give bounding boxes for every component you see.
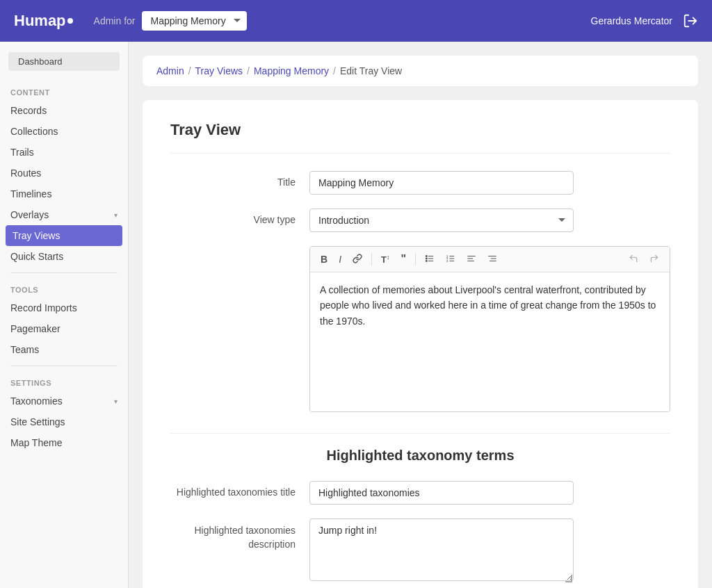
breadcrumb-sep-3: /	[333, 65, 336, 76]
main-content: Admin / Tray Views / Mapping Memory / Ed…	[129, 42, 712, 588]
link-button[interactable]	[348, 251, 367, 268]
blockquote-button[interactable]: "	[396, 251, 411, 268]
toolbar-sep-2	[415, 253, 416, 266]
redo-button[interactable]	[645, 251, 664, 268]
editor-body[interactable]: A collection of memories about Liverpool…	[310, 272, 670, 411]
taxonomies-label: Taxonomies	[10, 395, 63, 407]
view-type-label: View type	[170, 209, 309, 225]
breadcrumb: Admin / Tray Views / Mapping Memory / Ed…	[143, 56, 698, 86]
page-title: Tray View	[170, 121, 670, 154]
logo-text: Humap	[14, 12, 66, 30]
app-layout: Dashboard CONTENT Records Collections Tr…	[0, 42, 712, 588]
svg-point-4	[426, 256, 428, 257]
text-size-button[interactable]: T↕	[376, 252, 394, 267]
title-input[interactable]	[309, 171, 574, 195]
sidebar-item-trails[interactable]: Trails	[0, 142, 128, 163]
toolbar-sep-1	[371, 253, 372, 266]
sidebar-item-tray-views[interactable]: Tray Views	[6, 225, 122, 246]
svg-point-6	[426, 261, 428, 262]
breadcrumb-mapping-memory[interactable]: Mapping Memory	[254, 65, 329, 76]
undo-redo-group	[624, 251, 664, 268]
highlighted-desc-label: Highlighted taxonomies description	[170, 518, 309, 551]
sidebar-item-records[interactable]: Records	[0, 100, 128, 121]
sidebar-item-timelines[interactable]: Timelines	[0, 183, 128, 204]
settings-section-label: SETTINGS	[0, 372, 128, 391]
breadcrumb-sep-2: /	[247, 65, 250, 76]
bold-button[interactable]: B	[316, 252, 332, 267]
sidebar-item-quick-starts[interactable]: Quick Starts	[0, 246, 128, 267]
svg-point-5	[426, 258, 428, 259]
bullet-list-button[interactable]	[420, 251, 439, 268]
sidebar-item-record-imports[interactable]: Record Imports	[0, 297, 128, 318]
breadcrumb-admin[interactable]: Admin	[156, 65, 184, 76]
sidebar-item-routes[interactable]: Routes	[0, 163, 128, 183]
highlighted-desc-textarea[interactable]: Jump right in!	[309, 518, 574, 581]
align-right-button[interactable]	[483, 251, 502, 268]
sidebar-divider-settings	[10, 366, 118, 366]
align-left-button[interactable]	[462, 251, 481, 268]
sidebar-item-collections[interactable]: Collections	[0, 121, 128, 142]
sidebar-item-map-theme[interactable]: Map Theme	[0, 432, 128, 453]
sidebar-dashboard-section: Dashboard	[8, 52, 120, 71]
overlays-label: Overlays	[10, 209, 49, 220]
sidebar-divider-tools	[10, 272, 118, 273]
sidebar-item-site-settings[interactable]: Site Settings	[0, 411, 128, 432]
sidebar-item-pagemaker[interactable]: Pagemaker	[0, 318, 128, 339]
tools-section-label: TOOLS	[0, 279, 128, 297]
sidebar: Dashboard CONTENT Records Collections Tr…	[0, 42, 129, 588]
number-list-button[interactable]: 123	[441, 251, 460, 268]
admin-label: Admin for	[94, 15, 136, 26]
breadcrumb-sep-1: /	[188, 65, 191, 76]
taxonomies-arrow-icon: ▾	[114, 398, 118, 405]
view-type-row: View type Introduction Map Gallery List	[170, 209, 670, 232]
title-label: Title	[170, 171, 309, 188]
highlighted-title-input[interactable]	[309, 481, 574, 505]
overlays-arrow-icon: ▾	[114, 211, 118, 219]
rich-text-editor: B I T↕ " 123	[309, 246, 670, 412]
italic-button[interactable]: I	[334, 252, 346, 267]
editor-toolbar: B I T↕ " 123	[310, 247, 670, 272]
dashboard-button[interactable]: Dashboard	[8, 52, 120, 71]
svg-text:3: 3	[446, 260, 448, 263]
highlighted-title-label: Highlighted taxonomies title	[170, 481, 309, 498]
top-nav: Humap Admin for Mapping Memory Gerardus …	[0, 0, 712, 42]
highlighted-desc-row: Highlighted taxonomies description Jump …	[170, 518, 670, 584]
project-dropdown[interactable]: Mapping Memory	[142, 11, 247, 31]
editor-label	[170, 246, 309, 252]
logo: Humap	[14, 12, 73, 30]
sidebar-item-teams[interactable]: Teams	[0, 339, 128, 360]
undo-button[interactable]	[624, 251, 643, 268]
logout-button[interactable]	[683, 13, 698, 28]
breadcrumb-current: Edit Tray View	[340, 65, 402, 76]
title-row: Title	[170, 171, 670, 195]
sidebar-item-overlays[interactable]: Overlays ▾	[0, 204, 128, 225]
sidebar-item-taxonomies[interactable]: Taxonomies ▾	[0, 391, 128, 411]
logo-dot	[67, 18, 73, 24]
highlighted-title-row: Highlighted taxonomies title	[170, 481, 670, 505]
taxonomy-section-heading: Highlighted taxonomy terms	[170, 433, 670, 464]
content-section-label: CONTENT	[0, 81, 128, 100]
editor-row: B I T↕ " 123	[170, 246, 670, 412]
form-card: Tray View Title View type Introduction M…	[143, 100, 698, 588]
view-type-select[interactable]: Introduction Map Gallery List	[309, 209, 574, 232]
user-name: Gerardus Mercator	[591, 15, 672, 26]
breadcrumb-tray-views[interactable]: Tray Views	[195, 65, 243, 76]
